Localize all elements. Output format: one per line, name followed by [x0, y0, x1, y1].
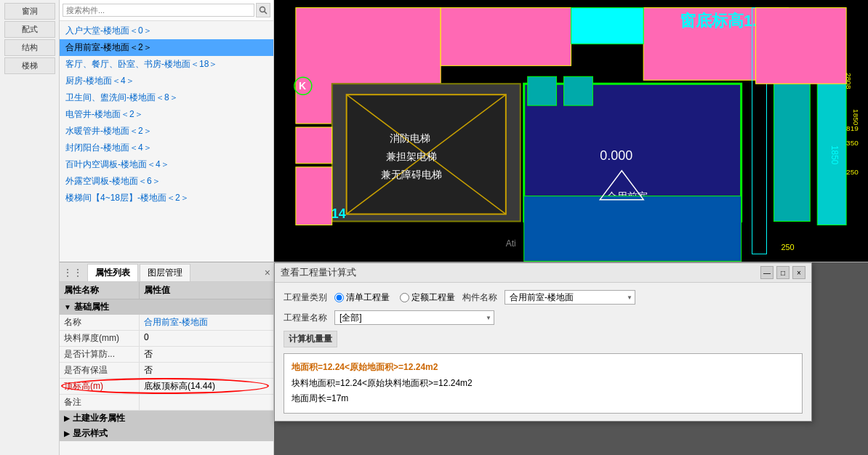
svg-text:兼无障碍电梯: 兼无障碍电梯 [381, 169, 442, 180]
sidebar-btn-config[interactable]: 配式 [4, 21, 55, 38]
svg-text:0.000: 0.000 [600, 148, 632, 163]
prop-tabs: ⋮⋮ 属性列表 图层管理 × [60, 262, 273, 282]
section-display[interactable]: ▶ 显示样式 [60, 426, 273, 441]
prop-row-name: 名称 合用前室-楼地面 [60, 315, 273, 331]
radio-quota[interactable]: 定额工程量 [400, 291, 455, 304]
prop-panel-drag[interactable]: ⋮⋮ [63, 267, 83, 278]
prop-cell-name-4: 顶标高(m) [60, 379, 140, 394]
radio-bill-input[interactable] [334, 293, 344, 302]
component-item-10[interactable]: 楼梯间【4~18层】-楼地面＜2＞ [60, 190, 273, 206]
section-display-label: 显示样式 [73, 427, 108, 440]
maximize-button[interactable]: □ [776, 266, 789, 279]
calc-dialog: 查看工程量计算式 — □ × 工程量类别 [274, 262, 812, 422]
prop-row-insulation: 是否有保温 否 [60, 363, 273, 379]
svg-rect-35 [756, 8, 847, 84]
radio-bill[interactable]: 清单工程量 [334, 291, 390, 304]
component-name-select-wrapper: 合用前室-楼地面 [505, 290, 635, 305]
component-item-2[interactable]: 客厅、餐厅、卧室、书房-楼地面＜18＞ [60, 56, 273, 73]
prop-row-thickness: 块料厚度(mm) 0 [60, 331, 273, 347]
svg-text:Ati: Ati [506, 238, 516, 249]
component-item-4[interactable]: 卫生间、盥洗间-楼地面＜8＞ [60, 89, 273, 106]
dialog-row-2: 工程量名称 [全部] [284, 310, 803, 325]
component-item-6[interactable]: 水暖管井-楼地面＜2＞ [60, 123, 273, 140]
component-list-panel: 入户大堂-楼地面＜0＞ 合用前室-楼地面＜2＞ 客厅、餐厅、卧室、书房-楼地面＜… [60, 0, 274, 262]
sidebar-btn-structure[interactable]: 结构 [4, 39, 55, 56]
section-arrow: ▼ [64, 303, 71, 311]
left-sidebar: 窗洞 配式 结构 楼梯 [0, 0, 60, 455]
top-panel: 入户大堂-楼地面＜0＞ 合用前室-楼地面＜2＞ 客厅、餐厅、卧室、书房-楼地面＜… [60, 0, 868, 262]
svg-rect-6 [571, 8, 644, 44]
svg-text:250: 250 [781, 243, 794, 251]
prop-row-calc: 是否计算防... 否 [60, 347, 273, 363]
calc-section-header: 计算机量量 [284, 331, 803, 347]
section-basic[interactable]: ▼ 基础属性 [60, 299, 273, 315]
section-display-arrow: ▶ [64, 430, 70, 438]
qty-name-select[interactable]: [全部] [334, 310, 494, 325]
radio-quota-input[interactable] [400, 293, 409, 302]
label-qty-name: 工程量名称 [284, 312, 327, 324]
section-civil-label: 土建业务属性 [73, 412, 125, 424]
prop-cell-value-0: 合用前室-楼地面 [140, 315, 273, 330]
prop-cell-name-2: 是否计算防... [60, 347, 140, 362]
search-button[interactable] [256, 3, 270, 17]
cad-drawing-area[interactable]: 窗底标高1.350 FMz1222 K 消防电梯 兼担架电梯 兼无障碍电梯 [274, 0, 868, 262]
search-bar [60, 0, 273, 21]
formula-line-1: 块料地面积=12.24<原始块料地面积>=12.24m2 [292, 376, 795, 392]
calc-section-label: 计算机量量 [284, 331, 337, 347]
component-item-1[interactable]: 合用前室-楼地面＜2＞ [60, 39, 273, 56]
svg-rect-4 [441, 8, 571, 66]
prop-cell-name-3: 是否有保温 [60, 363, 140, 378]
search-input[interactable] [63, 4, 254, 17]
svg-text:819: 819 [846, 124, 859, 132]
sidebar-btn-window[interactable]: 窗洞 [4, 3, 55, 20]
prop-cell-name-1: 块料厚度(mm) [60, 331, 140, 346]
prop-cell-name-0: 名称 [60, 315, 140, 330]
radio-group: 清单工程量 定额工程量 [334, 291, 455, 304]
component-item-9[interactable]: 外露空调板-楼地面＜6＞ [60, 173, 273, 190]
svg-line-1 [265, 12, 268, 15]
svg-rect-28 [773, 84, 810, 221]
dialog-titlebar: 查看工程量计算式 — □ × [275, 263, 811, 283]
qty-name-select-wrapper: [全部] [334, 310, 494, 325]
prop-cell-value-4: 底板顶标高(14.44) [140, 379, 273, 394]
section-civil-arrow: ▶ [64, 414, 70, 422]
svg-text:1850: 1850 [829, 145, 840, 165]
svg-rect-22 [528, 76, 557, 105]
prop-panel-close[interactable]: × [265, 267, 270, 278]
svg-text:350: 350 [846, 139, 859, 147]
close-button[interactable]: × [792, 266, 805, 279]
dialog-controls: — □ × [760, 266, 805, 279]
component-name-select[interactable]: 合用前室-楼地面 [505, 290, 635, 305]
component-item-8[interactable]: 百叶内空调板-楼地面＜4＞ [60, 156, 273, 173]
prop-cell-value-3: 否 [140, 363, 273, 378]
component-item-7[interactable]: 封闭阳台-楼地面＜4＞ [60, 140, 273, 156]
minimize-button[interactable]: — [760, 266, 773, 279]
tab-layers[interactable]: 图层管理 [140, 264, 190, 281]
svg-text:1850: 1850 [852, 109, 860, 126]
dialog-title: 查看工程量计算式 [281, 266, 356, 279]
cad-svg: 窗底标高1.350 FMz1222 K 消防电梯 兼担架电梯 兼无障碍电梯 [274, 0, 868, 262]
label-qty-type: 工程量类别 [284, 291, 327, 304]
main-area: 入户大堂-楼地面＜0＞ 合用前室-楼地面＜2＞ 客厅、餐厅、卧室、书房-楼地面＜… [60, 0, 868, 455]
component-item-3[interactable]: 厨房-楼地面＜4＞ [60, 73, 273, 89]
formula-line-0: 地面积=12.24<原始地面积>=12.24m2 [292, 360, 795, 376]
dialog-row-1: 工程量类别 清单工程量 定额工程量 构件名称 [284, 290, 803, 305]
svg-text:250: 250 [846, 168, 859, 176]
svg-rect-21 [524, 196, 742, 262]
component-item-5[interactable]: 电管井-楼地面＜2＞ [60, 106, 273, 123]
component-item-0[interactable]: 入户大堂-楼地面＜0＞ [60, 23, 273, 39]
section-civil[interactable]: ▶ 土建业务属性 [60, 411, 273, 426]
radio-quota-label: 定额工程量 [411, 291, 455, 304]
prop-col-name: 属性名称 [60, 282, 140, 299]
svg-text:兼担架电梯: 兼担架电梯 [386, 150, 437, 162]
svg-point-0 [260, 7, 265, 12]
prop-col-value: 属性值 [140, 282, 273, 299]
label-component-name: 构件名称 [462, 291, 497, 304]
cad-bottom-area: 查看工程量计算式 — □ × 工程量类别 [274, 262, 868, 455]
tab-properties[interactable]: 属性列表 [87, 264, 138, 281]
properties-panel: ⋮⋮ 属性列表 图层管理 × 属性名称 属性值 ▼ 基础属性 名称 合用前室-楼… [60, 262, 274, 455]
sidebar-btn-stairs[interactable]: 楼梯 [4, 57, 55, 74]
svg-rect-23 [564, 76, 593, 105]
svg-text:消防电梯: 消防电梯 [390, 132, 430, 144]
prop-cell-name-5: 备注 [60, 395, 140, 410]
